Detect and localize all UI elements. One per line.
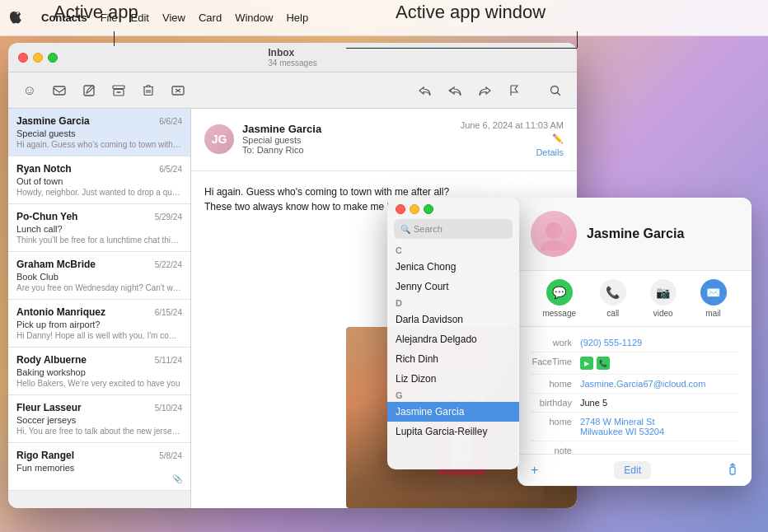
email-details-link[interactable]: Details xyxy=(536,147,564,157)
contacts-card-avatar xyxy=(531,211,577,257)
field-work-phone: work (920) 555-1129 xyxy=(531,334,738,352)
svg-point-20 xyxy=(541,240,567,250)
mail-content-header: JG Jasmine Garcia Special guests To: Dan… xyxy=(191,109,577,171)
mail-message-fleur[interactable]: Fleur Lasseur 5/10/24 Soccer jerseys Hi,… xyxy=(8,395,190,443)
menubar-view[interactable]: View xyxy=(156,9,192,26)
mail-message-ryan[interactable]: Ryan Notch 6/5/24 Out of town Howdy, nei… xyxy=(8,156,190,204)
share-contact-button[interactable] xyxy=(727,463,738,478)
birthday-value: June 5 xyxy=(580,398,738,408)
menubar-window[interactable]: Window xyxy=(228,9,279,26)
email-subject: Special guests xyxy=(242,135,452,145)
email-date: June 6, 2024 at 11:03 AM xyxy=(461,120,564,130)
menubar: Contacts File Edit View Card Window Help xyxy=(0,0,768,36)
contact-jenica-chong[interactable]: Jenica Chong xyxy=(387,257,519,277)
contacts-minimize-button[interactable] xyxy=(410,204,419,214)
home-email-value[interactable]: Jasmine.Garcia67@icloud.com xyxy=(580,379,738,389)
contacts-popup-titlebar xyxy=(387,198,519,219)
contacts-card-name: Jasmine Garcia xyxy=(587,226,684,241)
contacts-card-actions: 💬 message 📞 call 📷 video ✉️ mail xyxy=(517,271,752,327)
facetime-phone-icon[interactable]: 📞 xyxy=(597,357,610,370)
contacts-mail-action[interactable]: ✉️ mail xyxy=(700,279,727,318)
flag-icon[interactable] xyxy=(503,79,526,102)
facetime-icons[interactable]: ▶ 📞 xyxy=(580,357,738,370)
menubar-help[interactable]: Help xyxy=(279,9,315,26)
contacts-section-c: C xyxy=(387,244,519,257)
mail-message-rody[interactable]: Rody Albuerne 5/11/24 Baking workshop He… xyxy=(8,348,190,395)
fullscreen-button[interactable] xyxy=(48,53,58,63)
call-label: call xyxy=(606,309,619,318)
email-to: To: Danny Rico xyxy=(242,145,452,155)
forward-icon[interactable] xyxy=(473,79,496,102)
contacts-search-placeholder: Search xyxy=(414,224,443,234)
field-facetime: FaceTime ▶ 📞 xyxy=(531,352,738,375)
reply-icon[interactable] xyxy=(414,79,437,102)
window-title: Inbox 34 messages xyxy=(268,47,316,68)
compose-icon[interactable] xyxy=(77,79,101,102)
mail-sidebar: Jasmine Garcia 6/6/24 Special guests Hi … xyxy=(8,109,191,508)
traffic-lights[interactable] xyxy=(18,53,58,63)
facetime-video-icon[interactable]: ▶ xyxy=(580,357,593,370)
trash-icon[interactable] xyxy=(137,79,160,102)
mail-message-antonio[interactable]: Antonio Manriquez 6/15/24 Pick up from a… xyxy=(8,300,190,348)
svg-rect-0 xyxy=(54,86,65,95)
move-to-junk-icon[interactable] xyxy=(166,79,190,102)
mail-message-graham[interactable]: Graham McBride 5/22/24 Book Club Are you… xyxy=(8,252,190,300)
work-phone-value[interactable]: (920) 555-1129 xyxy=(580,338,738,348)
field-birthday: birthday June 5 xyxy=(531,394,738,413)
contact-darla-davidson[interactable]: Darla Davidson xyxy=(387,310,519,329)
menubar-edit[interactable]: Edit xyxy=(124,9,156,26)
contact-jenny-court[interactable]: Jenny Court xyxy=(387,277,519,296)
contacts-close-button[interactable] xyxy=(396,204,405,214)
message-icon: 💬 xyxy=(546,279,573,306)
menubar-card[interactable]: Card xyxy=(192,9,228,26)
apple-menu-icon[interactable] xyxy=(8,10,25,26)
contacts-section-d: D xyxy=(387,296,519,310)
contacts-popup: 🔍 Search C Jenica Chong Jenny Court D Da… xyxy=(387,198,519,469)
close-button[interactable] xyxy=(18,53,28,63)
contacts-search-bar[interactable]: 🔍 Search xyxy=(394,219,513,239)
contact-jasmine-garcia[interactable]: Jasmine Garcia xyxy=(387,402,519,422)
search-icon[interactable] xyxy=(544,79,567,102)
svg-rect-1 xyxy=(84,86,94,96)
edit-contact-button[interactable]: Edit xyxy=(614,461,651,479)
message-label: message xyxy=(542,309,576,318)
contact-liz-dizon[interactable]: Liz Dizon xyxy=(387,369,519,389)
address-value[interactable]: 2748 W Mineral StMilwaukee WI 53204 xyxy=(580,417,738,436)
field-home-email: home Jasmine.Garcia67@icloud.com xyxy=(531,375,738,394)
field-home-address: home 2748 W Mineral StMilwaukee WI 53204 xyxy=(531,413,738,441)
call-icon: 📞 xyxy=(600,279,626,306)
reply-all-icon[interactable] xyxy=(443,79,466,102)
contact-rich-dinh[interactable]: Rich Dinh xyxy=(387,349,519,369)
contacts-video-action[interactable]: 📷 video xyxy=(650,279,677,318)
minimize-button[interactable] xyxy=(33,53,43,63)
add-contact-button[interactable]: + xyxy=(531,463,538,478)
contacts-section-g: G xyxy=(387,389,519,402)
mail-message-jasmine[interactable]: Jasmine Garcia 6/6/24 Special guests Hi … xyxy=(8,109,190,156)
svg-point-19 xyxy=(546,222,562,239)
contacts-card-header: Jasmine Garcia xyxy=(517,198,752,271)
svg-rect-21 xyxy=(730,467,735,474)
menubar-contacts[interactable]: Contacts xyxy=(35,9,94,26)
mail-message-rigo[interactable]: Rigo Rangel 5/8/24 Fun memories 📎 xyxy=(8,443,190,491)
mail-toolbar: ☺ xyxy=(8,72,577,109)
contacts-search-icon: 🔍 xyxy=(400,225,410,234)
contacts-card-footer: + Edit xyxy=(517,454,752,486)
contacts-card: Jasmine Garcia 💬 message 📞 call 📷 video … xyxy=(517,198,752,486)
mail-message-pochun[interactable]: Po-Chun Yeh 5/29/24 Lunch call? Think yo… xyxy=(8,204,190,252)
mail-action-icon: ✉️ xyxy=(700,279,727,306)
sender-avatar: JG xyxy=(204,124,234,154)
mail-titlebar: Inbox 34 messages xyxy=(8,43,577,72)
contacts-call-action[interactable]: 📞 call xyxy=(600,279,626,318)
email-sender-name: Jasmine Garcia xyxy=(242,123,452,135)
contacts-fullscreen-button[interactable] xyxy=(424,204,433,214)
svg-rect-2 xyxy=(113,86,124,89)
archive-icon[interactable] xyxy=(107,79,130,102)
mail-label: mail xyxy=(705,309,720,318)
smiley-icon[interactable]: ☺ xyxy=(18,79,41,102)
contacts-message-action[interactable]: 💬 message xyxy=(542,279,576,318)
contact-alejandra-delgado[interactable]: Alejandra Delgado xyxy=(387,329,519,349)
contact-lupita-garcia[interactable]: Lupita Garcia-Reilley xyxy=(387,422,519,441)
video-label: video xyxy=(653,309,673,318)
new-mail-icon[interactable] xyxy=(48,79,71,102)
menubar-file[interactable]: File xyxy=(94,9,124,26)
